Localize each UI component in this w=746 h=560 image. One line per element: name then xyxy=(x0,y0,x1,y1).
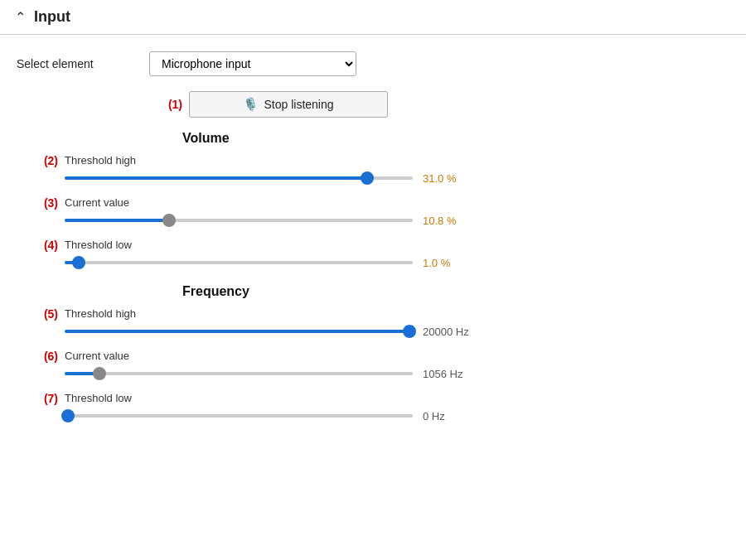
slider-label: Current value xyxy=(65,196,729,209)
select-element-label: Select element xyxy=(17,57,149,70)
slider-row: (3)Current value10.8 % xyxy=(17,196,729,229)
slider-row: (5)Threshold high20000 Hz xyxy=(17,307,729,340)
slider-fill xyxy=(65,176,367,180)
panel-title: Input xyxy=(34,8,70,26)
slider-thumb[interactable] xyxy=(403,325,416,338)
step-label: (4) xyxy=(17,239,58,252)
slider-value: 31.0 % xyxy=(423,172,481,185)
slider-value: 1056 Hz xyxy=(423,368,481,380)
mic-off-icon: 🎙️ xyxy=(243,97,259,112)
slider-label: Threshold low xyxy=(65,239,729,251)
volume-section-title: Volume xyxy=(182,131,729,146)
slider-fill xyxy=(65,330,409,333)
stop-listening-row: (1) 🎙️ Stop listening xyxy=(17,91,729,118)
step-1-label: (1) xyxy=(149,98,182,111)
slider-thumb[interactable] xyxy=(61,409,75,422)
slider-label: Threshold high xyxy=(65,307,729,320)
slider-track[interactable] xyxy=(65,170,413,186)
slider-track[interactable] xyxy=(65,323,413,340)
slider-background xyxy=(65,372,413,375)
collapse-icon[interactable]: ⌃ xyxy=(15,9,26,25)
slider-value: 20000 Hz xyxy=(423,326,481,338)
step-label: (2) xyxy=(17,154,58,167)
panel-header: ⌃ Input xyxy=(0,0,746,35)
slider-row: (4)Threshold low1.0 % xyxy=(17,239,729,271)
slider-value: 0 Hz xyxy=(423,410,481,422)
step-label: (7) xyxy=(17,392,58,405)
stop-listening-label: Stop listening xyxy=(264,98,333,111)
volume-sliders: (2)Threshold high31.0 %(3)Current value1… xyxy=(17,154,729,271)
slider-value: 10.8 % xyxy=(423,215,481,227)
step-label: (3) xyxy=(17,196,58,210)
slider-track[interactable] xyxy=(65,254,413,271)
slider-track[interactable] xyxy=(65,365,413,382)
main-content: Select element Microphone input (1) 🎙️ S… xyxy=(0,35,746,451)
step-label: (5) xyxy=(17,307,58,321)
slider-thumb[interactable] xyxy=(72,256,85,269)
slider-row: (6)Current value1056 Hz xyxy=(17,350,729,382)
slider-label: Current value xyxy=(65,350,729,362)
slider-label: Threshold high xyxy=(65,154,729,167)
slider-background xyxy=(65,414,413,418)
slider-label: Threshold low xyxy=(65,392,729,404)
frequency-sliders: (5)Threshold high20000 Hz(6)Current valu… xyxy=(17,307,729,424)
slider-track[interactable] xyxy=(65,408,413,424)
stop-listening-button[interactable]: 🎙️ Stop listening xyxy=(189,91,388,118)
slider-thumb[interactable] xyxy=(361,171,374,185)
slider-thumb[interactable] xyxy=(93,367,106,380)
slider-track[interactable] xyxy=(65,212,413,229)
select-element-row: Select element Microphone input xyxy=(17,51,729,76)
step-label: (6) xyxy=(17,350,58,363)
slider-value: 1.0 % xyxy=(423,257,481,269)
frequency-section-title: Frequency xyxy=(182,284,729,299)
slider-thumb[interactable] xyxy=(162,214,176,227)
slider-background xyxy=(65,261,413,264)
slider-row: (2)Threshold high31.0 % xyxy=(17,154,729,186)
slider-fill xyxy=(65,219,169,222)
slider-row: (7)Threshold low0 Hz xyxy=(17,392,729,424)
element-dropdown[interactable]: Microphone input xyxy=(149,51,356,76)
